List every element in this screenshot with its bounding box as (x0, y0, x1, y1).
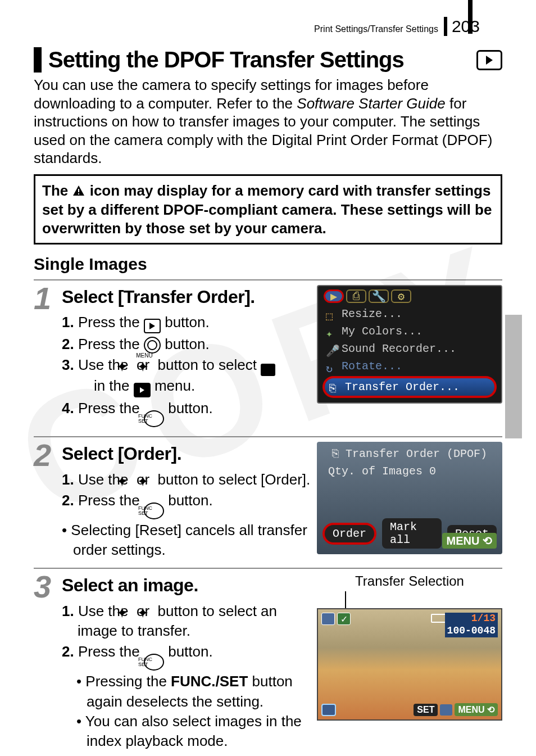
page-number: 203 (444, 17, 480, 36)
cam3-top-left: ✓ (321, 613, 351, 625)
step-line: 4. Press the FUNCSET button. (62, 399, 311, 427)
callout-line (345, 591, 346, 608)
li-num: 3. (62, 356, 74, 373)
cam2-title: ⎘ Transfer Order (DPOF) (322, 447, 497, 460)
sub-bold: FUNC./SET (171, 673, 248, 690)
img-counter: 1/13 (445, 613, 498, 625)
cam2-title-text: Transfer Order (DPOF) (346, 447, 487, 460)
menu-label: MENU ⟲ (455, 703, 498, 716)
cam-menu-label: Resize... (342, 307, 402, 320)
menu-button-icon: MENU (144, 337, 161, 354)
li-text: button. (164, 400, 213, 417)
li-text: Press the (74, 314, 144, 331)
screenshot-2: ⎘ Transfer Order (DPOF) Qty. of Images 0… (317, 442, 502, 560)
set-label: SET (414, 704, 438, 716)
screenshot-1: ▶ ⎙ 🔧 ⚙ ⬚Resize... ✦My Colors... 🎤Sound … (317, 285, 502, 428)
top-marker (468, 0, 473, 34)
step-text: Select an image. 1. Use the ✦ or ✦ butto… (62, 573, 311, 750)
li-text: button. (164, 643, 213, 660)
li-text: button. (161, 336, 210, 352)
play-triangle-icon (486, 56, 493, 65)
li-text: Press the (74, 400, 144, 417)
step-text: Select [Order]. 1. Use the ✦ or ✦ button… (62, 442, 311, 560)
step-line: 1. Press the button. (62, 313, 311, 333)
steps-table: 1 Select [Transfer Order]. 1. Press the … (34, 279, 502, 756)
step-line: 2. Press the MENU button. (62, 334, 311, 354)
cam2-markall-btn: Mark all (382, 518, 442, 549)
step-line: 2. Press the FUNCSET button. (62, 642, 311, 671)
cam3-top-right: 1/13 100-0048 (445, 613, 498, 637)
warning-icon (72, 183, 85, 201)
section-heading: Single Images (34, 255, 502, 274)
intro-paragraph: You can use the camera to specify settin… (34, 76, 502, 168)
svg-rect-2 (78, 193, 79, 194)
warning-box: The icon may display for a memory card w… (34, 174, 502, 245)
menu-label: MENU (152, 352, 152, 360)
step-number: 1 (34, 280, 62, 436)
side-tab (505, 315, 522, 438)
step-text: Select [Transfer Order]. 1. Press the bu… (62, 285, 311, 428)
cam-menu-item-selected: ⎘Transfer Order... (322, 376, 497, 398)
step-row: 3 Select an image. 1. Use the ✦ or ✦ but… (34, 568, 502, 756)
cam-tab-play: ▶ (324, 289, 344, 303)
playback-menu-icon (134, 383, 151, 397)
transfer-small-icon (440, 704, 452, 716)
playback-button-icon (144, 319, 161, 333)
step-heading: Select [Order]. (62, 442, 311, 466)
img-file: 100-0048 (445, 625, 498, 637)
li-num: 2. (62, 643, 74, 660)
cam-tab-print: ⎙ (346, 289, 366, 303)
li-text: Press the (74, 336, 144, 352)
cam-menu-item: 🎤Sound Recorder... (321, 340, 498, 357)
li-text: Press the (74, 643, 144, 660)
li-num: 2. (62, 336, 74, 352)
cam-tab-tools: 🔧 (369, 289, 389, 303)
step-heading: Select an image. (62, 573, 311, 597)
title-row: Setting the DPOF Transfer Settings (34, 47, 502, 73)
cam-menu-label: Transfer Order... (345, 381, 460, 393)
page-header: Print Settings/Transfer Settings 203 (34, 17, 480, 36)
screenshot-3: Transfer Selection ✓ 1/13 100-0048 (317, 573, 502, 750)
cam2-menu-label: MENU ⟲ (442, 533, 497, 549)
li-num: 1. (62, 603, 74, 619)
cam2-menu-text: MENU (447, 535, 480, 547)
li-text: button to select [Order]. (153, 471, 310, 488)
li-text: menu. (151, 377, 196, 394)
intro-emphasis: Software Starter Guide (297, 95, 445, 112)
li-text: Press the (74, 492, 144, 509)
cam3-bottom-right: SET MENU ⟲ (414, 703, 498, 716)
shot3-caption: Transfer Selection (317, 573, 502, 589)
cam-menu-item: ✦My Colors... (321, 323, 498, 340)
cam-menu-label: Sound Recorder... (342, 342, 456, 355)
cam-tab-setup: ⚙ (391, 289, 411, 303)
transfer-icon (321, 613, 335, 625)
li-text: button to select (153, 356, 261, 373)
step-heading: Select [Transfer Order]. (62, 285, 311, 309)
warn-pre: The (42, 182, 72, 199)
menu-text: MENU (458, 705, 484, 714)
step-line: 1. Use the ✦ or ✦ button to select an im… (62, 601, 311, 641)
step-sub: • You can also select images in the inde… (62, 712, 311, 751)
sub-text: • Pressing the (76, 673, 171, 690)
playback-mode-icon (476, 50, 502, 70)
svg-rect-1 (78, 189, 79, 192)
step-line: 1. Use the ✦ or ✦ button to select [Orde… (62, 470, 311, 490)
li-text: in the (94, 377, 134, 394)
step-bullet: • Selecting [Reset] cancels all transfer… (62, 520, 311, 560)
cam3-bottom-left-icon (321, 704, 336, 716)
li-num: 4. (62, 400, 74, 417)
step-number: 2 (34, 437, 62, 568)
page-title: Setting the DPOF Transfer Settings (34, 47, 404, 73)
li-text: button. (164, 492, 213, 509)
cam2-order-btn: Order (322, 523, 376, 545)
func-set-button-icon: FUNCSET (144, 654, 164, 671)
li-num: 1. (62, 471, 74, 488)
warn-post: icon may display for a memory card with … (42, 182, 492, 237)
func-set-button-icon: FUNCSET (144, 503, 164, 519)
cam-menu-label: Rotate... (342, 360, 402, 373)
step-line: 2. Press the FUNCSET button. (62, 491, 311, 519)
li-num: 1. (62, 314, 74, 331)
step-line: 3. Use the ✦ or ✦ button to select ⎘ in … (62, 355, 311, 397)
check-icon: ✓ (337, 613, 351, 625)
step-sub: • Pressing the FUNC./SET button again de… (62, 672, 311, 711)
